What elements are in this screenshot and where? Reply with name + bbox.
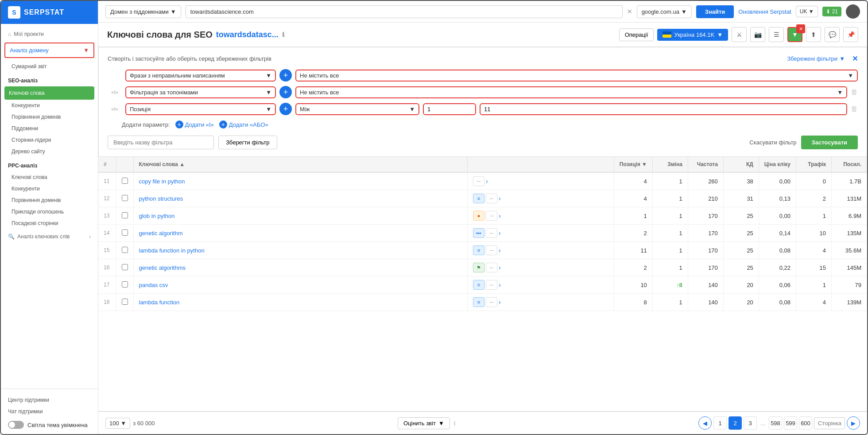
action-table-icon[interactable]: ≡	[473, 245, 484, 255]
export-icon-button[interactable]: ⬆	[806, 27, 821, 42]
keyword-link[interactable]: pandas csv	[139, 282, 168, 288]
sidebar-item-domain-analysis[interactable]: Аналіз домену ▼	[5, 43, 93, 57]
sidebar-item-keyword-analysis[interactable]: 🔍 Аналіз ключових слів ›	[1, 230, 98, 243]
sidebar-item-domain-comparison[interactable]: Порівняння доменів	[1, 111, 98, 123]
col-header-change[interactable]: Зміна	[652, 157, 688, 172]
filter-to-input-3[interactable]	[480, 103, 847, 115]
screenshot-icon-button[interactable]: 📷	[750, 27, 765, 42]
domain-input[interactable]	[186, 5, 623, 18]
col-header-position[interactable]: Позиція ▼	[614, 157, 652, 172]
theme-toggle-switch[interactable]	[8, 421, 24, 429]
sidebar-item-my-projects[interactable]: ⌂ Мої проекти	[1, 27, 98, 41]
sidebar-item-leader-pages[interactable]: Сторінки-лідери	[1, 134, 98, 146]
apply-filter-button[interactable]: Застосувати	[801, 136, 858, 149]
keyword-link[interactable]: genetic algorithm	[139, 230, 183, 237]
col-header-kd[interactable]: КД	[723, 157, 759, 172]
page-3-button[interactable]: 3	[744, 416, 757, 430]
update-link[interactable]: Оновлення Serpstat	[738, 8, 791, 15]
action-more-icon[interactable]: ···	[486, 211, 497, 221]
sidebar-item-summary-report[interactable]: Сумарний звіт	[1, 61, 98, 72]
col-header-cpc[interactable]: Ціна кліку	[759, 157, 796, 172]
columns-icon-button[interactable]: ☰	[769, 27, 784, 42]
filter-add-condition-2[interactable]: +	[279, 86, 292, 98]
filter-value-select-1[interactable]: Не містить все ▼	[295, 70, 858, 82]
add-or-button[interactable]: + Додати «АБО»	[219, 120, 268, 128]
col-header-keyword[interactable]: Ключові слова ▲	[133, 157, 468, 172]
action-table-icon[interactable]: ≡	[473, 194, 484, 203]
action-more-icon[interactable]: ···	[486, 228, 497, 238]
filter-operator-select-3[interactable]: Між ▼	[295, 103, 419, 115]
page-1-button[interactable]: 1	[713, 416, 727, 430]
action-more-icon[interactable]: ···	[473, 176, 484, 186]
filter-add-condition-1[interactable]: +	[279, 69, 292, 82]
keyword-link[interactable]: copy file in python	[139, 178, 185, 185]
keyword-link[interactable]: glob in python	[139, 213, 175, 219]
compare-icon-button[interactable]: ⚔	[732, 27, 747, 42]
select-row-checkbox[interactable]	[122, 247, 128, 253]
filter-name-input[interactable]	[108, 136, 214, 149]
page-598-button[interactable]: 598	[769, 416, 782, 430]
filter-from-input-3[interactable]	[423, 103, 476, 115]
action-table-icon[interactable]: ≡	[473, 280, 484, 290]
select-row-checkbox[interactable]	[122, 264, 128, 270]
search-button[interactable]: Знайти	[696, 5, 734, 18]
keyword-link[interactable]: lambda function	[139, 299, 180, 306]
filter-delete-3[interactable]: 🗑	[851, 105, 858, 113]
sidebar-item-site-tree[interactable]: Дерево сайту	[1, 146, 98, 157]
region-selector[interactable]: UK ▼	[796, 6, 818, 17]
row-checkbox[interactable]	[116, 225, 133, 242]
keyword-link[interactable]: genetic algorithms	[139, 264, 186, 271]
save-icon-button[interactable]: 📌	[843, 27, 858, 42]
expand-row-arrow[interactable]: ›	[499, 299, 501, 306]
row-checkbox[interactable]	[116, 207, 133, 225]
keyword-link[interactable]: python structures	[139, 195, 183, 202]
sidebar-item-ppc-competitors[interactable]: Конкуренти	[1, 183, 98, 194]
close-filter-panel-button[interactable]: ✕	[852, 54, 858, 63]
page-number-input[interactable]	[814, 417, 845, 429]
page-600-button[interactable]: 600	[799, 416, 812, 430]
sidebar-item-support-center[interactable]: Центр підтримки	[8, 394, 91, 406]
action-more-icon[interactable]: ···	[486, 245, 497, 255]
expand-row-arrow[interactable]: ›	[499, 229, 501, 237]
per-page-dropdown[interactable]: 100 ▼	[105, 418, 130, 429]
sidebar-item-keywords[interactable]: Ключові слова	[4, 86, 94, 100]
expand-row-arrow[interactable]: ›	[499, 264, 501, 271]
operations-button[interactable]: Операції	[619, 28, 654, 41]
page-domain-label[interactable]: towardsdatasc...	[216, 30, 279, 39]
add-and-button[interactable]: + Додати «І»	[175, 120, 214, 128]
action-bar-chart-icon[interactable]: ▪▪▪	[473, 228, 484, 238]
sidebar-item-ppc-keywords[interactable]: Ключові слова	[1, 171, 98, 183]
select-row-checkbox[interactable]	[122, 178, 128, 184]
action-more-icon[interactable]: ···	[486, 263, 497, 272]
col-header-links[interactable]: Посил.	[832, 157, 867, 172]
close-filter-icon[interactable]: ✕	[796, 24, 805, 33]
col-header-frequency[interactable]: Частота	[688, 157, 723, 172]
filter-delete-2[interactable]: 🗑	[851, 88, 858, 96]
action-circle-icon[interactable]: ●	[473, 211, 484, 221]
sidebar-item-subdomains[interactable]: Піддомени	[1, 123, 98, 134]
select-row-checkbox[interactable]	[122, 281, 128, 287]
evaluate-report-button[interactable]: Оцінить звіт ▼	[398, 417, 450, 429]
action-more-icon[interactable]: ···	[486, 297, 497, 307]
expand-row-arrow[interactable]: ›	[499, 281, 501, 288]
col-header-traffic[interactable]: Трафік	[796, 157, 832, 172]
search-engine-selector[interactable]: google.com.ua ▼	[637, 5, 692, 18]
domain-type-selector[interactable]: Домен з піддоменами ▼	[105, 5, 181, 18]
filter-type-select-3[interactable]: Позиція ▼	[125, 103, 276, 115]
sidebar-item-ad-examples[interactable]: Приклади оголошень	[1, 206, 98, 218]
download-badge[interactable]: ⬇ 21	[822, 7, 841, 16]
chat-icon-button[interactable]: 💬	[825, 27, 840, 42]
prev-page-button[interactable]: ◀	[698, 416, 712, 430]
save-filter-button[interactable]: Зберегти фільтр	[218, 136, 277, 149]
cancel-filter-button[interactable]: Скасувати фільтр	[749, 139, 796, 146]
select-row-checkbox[interactable]	[122, 299, 128, 305]
clear-domain-button[interactable]: ✕	[627, 8, 632, 15]
row-checkbox[interactable]	[116, 242, 133, 259]
action-more-icon[interactable]: ···	[486, 194, 497, 203]
user-avatar[interactable]	[846, 4, 860, 19]
action-table-icon[interactable]: ≡	[473, 297, 484, 307]
saved-filters-button[interactable]: Збережені фільтри ▼	[787, 55, 845, 62]
row-checkbox[interactable]	[116, 259, 133, 276]
expand-row-arrow[interactable]: ›	[499, 212, 501, 219]
row-checkbox[interactable]	[116, 190, 133, 207]
